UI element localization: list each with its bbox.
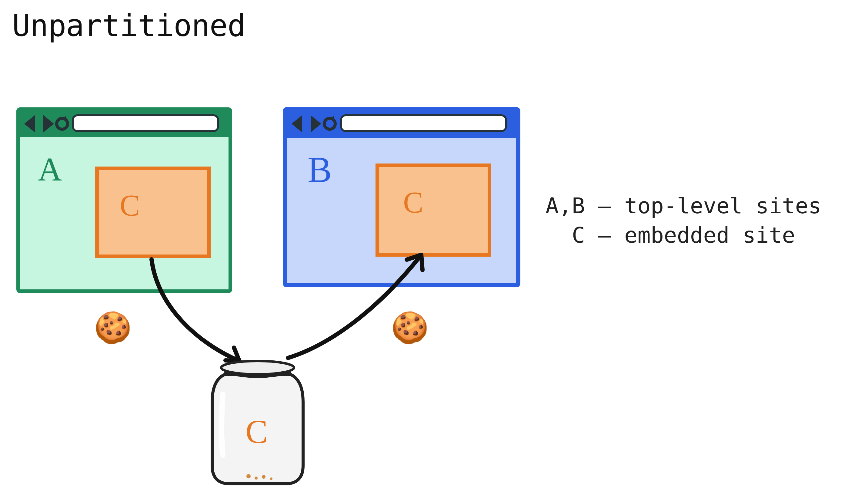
svg-rect-8 <box>285 134 518 138</box>
legend-line-1: A,B — top-level sites <box>546 193 821 219</box>
svg-point-13 <box>246 474 251 479</box>
iframe-a-c: C <box>97 168 209 256</box>
browser-b-site-label: B <box>308 149 332 190</box>
svg-rect-5 <box>97 168 209 256</box>
cookie-icon-right: 🍪 <box>391 312 429 343</box>
iframe-b-c-label: C <box>403 185 424 219</box>
svg-point-14 <box>255 477 258 480</box>
browser-window-b: B C <box>285 109 518 285</box>
legend-line-2: C — embedded site <box>546 222 795 248</box>
svg-point-12 <box>221 361 294 374</box>
legend: A,B — top-level sites C — embedded site <box>546 191 821 250</box>
svg-rect-4 <box>73 115 218 131</box>
iframe-b-c: C <box>377 165 490 255</box>
cookie-jar: C <box>212 361 303 484</box>
cookie-icon-left: 🍪 <box>94 312 132 343</box>
svg-rect-10 <box>341 115 506 131</box>
browser-window-a: A C <box>18 109 230 291</box>
iframe-a-c-label: C <box>120 189 140 222</box>
svg-point-16 <box>270 478 273 480</box>
cookie-jar-label: C <box>246 413 268 450</box>
svg-rect-11 <box>377 165 490 255</box>
svg-point-15 <box>262 475 266 479</box>
browser-a-site-label: A <box>38 151 62 188</box>
svg-rect-2 <box>18 134 230 137</box>
